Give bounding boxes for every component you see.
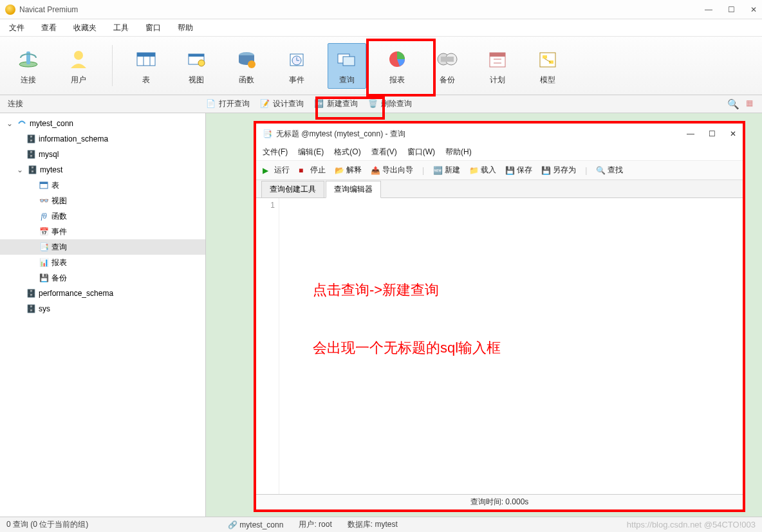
sub-menu-edit[interactable]: 编辑(E)	[298, 147, 324, 158]
action-design-query[interactable]: 📝设计查询	[260, 98, 304, 109]
watermark: https://blog.csdn.net @54CTO!003	[627, 520, 756, 529]
tool-backup[interactable]: 备份	[428, 44, 467, 88]
svg-rect-23	[490, 53, 505, 57]
svg-rect-4	[137, 53, 155, 57]
find-button[interactable]: 🔍查找	[596, 165, 623, 176]
stop-button[interactable]: ■停止	[299, 165, 326, 176]
tree-db-sys[interactable]: 🗄️sys	[0, 301, 205, 316]
export-button[interactable]: 📤导出向导	[371, 165, 413, 176]
database-icon: 🗄️	[27, 165, 37, 175]
svg-rect-31	[40, 182, 48, 184]
database-icon: 🗄️	[26, 288, 36, 298]
tree-reports[interactable]: 📊报表	[0, 255, 205, 270]
saveas-button[interactable]: 💾另存为	[541, 165, 576, 176]
tool-function[interactable]: 函数	[227, 44, 266, 88]
svg-rect-28	[549, 60, 553, 64]
window-icon: 📑	[263, 129, 272, 138]
tool-table[interactable]: 表	[127, 44, 165, 88]
new-button[interactable]: 🆕新建	[433, 165, 460, 176]
status-query-count: 0 查询 (0 位于当前的组)	[6, 519, 212, 530]
window-title: Navicat Premium	[19, 5, 705, 14]
tool-report[interactable]: 报表	[378, 44, 416, 88]
tool-view[interactable]: 视图	[177, 44, 216, 88]
table-icon	[39, 180, 49, 190]
tree-views[interactable]: 👓视图	[0, 193, 205, 208]
report-icon: 📊	[39, 257, 49, 268]
sub-menu-file[interactable]: 文件(F)	[263, 147, 288, 158]
subwindow-menu: 文件(F) 编辑(E) 格式(O) 查看(V) 窗口(W) 帮助(H)	[256, 144, 743, 161]
tree-db-mysql[interactable]: 🗄️mysql	[0, 147, 205, 162]
tree-queries[interactable]: 📑查询	[0, 239, 205, 255]
tool-event[interactable]: 事件	[277, 44, 316, 88]
close-button[interactable]: ✕	[750, 5, 757, 14]
menu-tools[interactable]: 工具	[113, 23, 129, 33]
subwindow-titlebar[interactable]: 📑 无标题 @mytest (mytest_conn) - 查询 — ☐ ✕	[256, 124, 743, 144]
tool-user[interactable]: 用户	[59, 44, 98, 88]
menu-window[interactable]: 窗口	[145, 23, 161, 33]
subwindow-title: 无标题 @mytest (mytest_conn) - 查询	[276, 129, 683, 140]
svg-point-9	[198, 60, 205, 66]
status-database: 数据库: mytest	[348, 519, 398, 530]
action-open-query[interactable]: 📄打开查询	[206, 98, 250, 109]
menu-file[interactable]: 文件	[9, 23, 24, 33]
tool-query[interactable]: 查询	[328, 43, 366, 89]
tab-query-editor[interactable]: 查询编辑器	[326, 181, 381, 198]
maximize-button[interactable]: ☐	[728, 5, 735, 14]
tree-functions[interactable]: fθ函数	[0, 208, 205, 224]
run-button[interactable]: ▶运行	[263, 165, 290, 176]
tree-backups[interactable]: 💾备份	[0, 270, 205, 286]
sub-menu-format[interactable]: 格式(O)	[334, 147, 360, 158]
tool-model[interactable]: 模型	[528, 44, 567, 88]
sub-menu-view[interactable]: 查看(V)	[371, 147, 397, 158]
subwindow-tabs: 查询创建工具 查询编辑器	[256, 180, 743, 198]
title-bar: Navicat Premium — ☐ ✕	[0, 0, 762, 19]
minimize-button[interactable]: —	[705, 5, 712, 14]
menu-view[interactable]: 查看	[41, 23, 57, 33]
menu-help[interactable]: 帮助	[178, 23, 193, 33]
tool-plan[interactable]: 计划	[478, 44, 517, 88]
action-new-query[interactable]: 🆕新建查询	[314, 98, 358, 109]
svg-rect-8	[189, 54, 204, 57]
tree-connection[interactable]: ⌄mytest_conn	[0, 116, 205, 131]
annotation-text-1: 点击查询->新建查询	[313, 280, 439, 300]
action-delete-query[interactable]: 🗑️删除查询	[368, 98, 412, 109]
tree-tables[interactable]: 表	[0, 178, 205, 193]
sub-menu-window[interactable]: 窗口(W)	[407, 147, 435, 158]
database-icon: 🗄️	[26, 149, 36, 160]
sub-close-button[interactable]: ✕	[730, 129, 736, 138]
annotation-text-2: 会出现一个无标题的sql输入框	[313, 338, 501, 358]
menu-favorites[interactable]: 收藏夹	[73, 23, 97, 33]
grid-view-icon[interactable]: ▦	[746, 98, 753, 110]
save-button[interactable]: 💾保存	[505, 165, 532, 176]
subwindow-toolbar: ▶运行 ■停止 📂解释 📤导出向导 | 🆕新建 📁载入 💾保存 💾另存为 | 🔍…	[256, 161, 743, 180]
query-icon: 📑	[39, 242, 49, 252]
sub-minimize-button[interactable]: —	[687, 129, 694, 138]
tree-db-mytest[interactable]: ⌄🗄️mytest	[0, 162, 205, 178]
connection-icon	[17, 118, 27, 129]
subwindow-statusbar: 查询时间: 0.000s	[256, 494, 743, 509]
database-icon: 🗄️	[26, 134, 36, 144]
tool-connect[interactable]: 连接	[9, 44, 48, 88]
context-toolbar: 连接 📄打开查询 📝设计查询 🆕新建查询 🗑️删除查询 🔍 ▦	[0, 95, 762, 113]
view-icon: 👓	[39, 196, 49, 206]
function-icon: fθ	[39, 211, 49, 221]
main-toolbar: 连接 用户 表 视图 函数 事件 查询 报表 备份 计划 模型	[0, 36, 762, 95]
menu-bar: 文件 查看 收藏夹 工具 窗口 帮助	[0, 19, 762, 36]
query-editor-window: 📑 无标题 @mytest (mytest_conn) - 查询 — ☐ ✕ 文…	[254, 121, 745, 512]
sub-maximize-button[interactable]: ☐	[709, 129, 716, 138]
sub-menu-help[interactable]: 帮助(H)	[445, 147, 472, 158]
svg-rect-21	[441, 57, 454, 62]
status-user: 用户: root	[299, 519, 331, 530]
tree-db-performance-schema[interactable]: 🗄️performance_schema	[0, 286, 205, 301]
window-controls: — ☐ ✕	[705, 5, 757, 14]
tree-db-information-schema[interactable]: 🗄️information_schema	[0, 131, 205, 147]
connection-tree[interactable]: ⌄mytest_conn 🗄️information_schema 🗄️mysq…	[0, 113, 206, 517]
svg-rect-26	[540, 53, 555, 67]
tree-events[interactable]: 📅事件	[0, 224, 205, 239]
load-button[interactable]: 📁载入	[469, 165, 496, 176]
explain-button[interactable]: 📂解释	[335, 165, 362, 176]
tab-query-builder[interactable]: 查询创建工具	[261, 181, 324, 198]
search-icon[interactable]: 🔍	[727, 98, 739, 110]
toolbar-separator	[112, 45, 113, 86]
svg-rect-17	[343, 57, 355, 66]
